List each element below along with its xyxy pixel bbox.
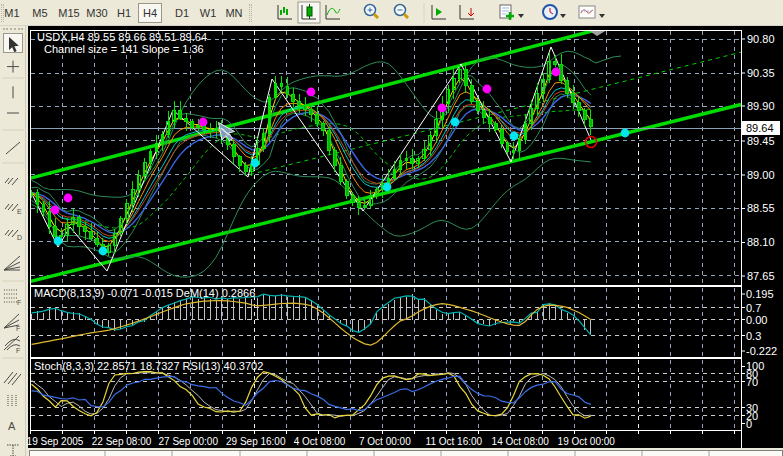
svg-text:89.90: 89.90 <box>747 100 775 112</box>
svg-text:29 Sep 16:00: 29 Sep 16:00 <box>226 436 286 447</box>
svg-text:19 Sep 2005: 19 Sep 2005 <box>27 436 84 447</box>
svg-text:MACD(8,13,9) -0.071 -0.015 De: MACD(8,13,9) -0.071 -0.015 DeM(14) 0.286… <box>34 287 255 299</box>
svg-text:F: F <box>16 347 20 354</box>
svg-text:0.195: 0.195 <box>746 288 774 300</box>
svg-text:D: D <box>17 234 22 241</box>
svg-text:89.00: 89.00 <box>747 169 775 181</box>
svg-text:0: 0 <box>746 418 752 430</box>
svg-text:7 Oct 00:00: 7 Oct 00:00 <box>359 436 411 447</box>
svg-text:F: F <box>16 325 20 332</box>
svg-text:0.00: 0.00 <box>746 314 767 326</box>
svg-text:89.64: 89.64 <box>746 122 774 134</box>
svg-text:70: 70 <box>746 376 758 388</box>
svg-text:E: E <box>17 208 22 215</box>
svg-text:Stoch(8,3,3) 22.8571 18.7327: Stoch(8,3,3) 22.8571 18.7327 RSI(13) 40.… <box>34 360 263 372</box>
svg-text:22 Sep 08:00: 22 Sep 08:00 <box>92 436 152 447</box>
svg-text:USDX,H4 89.55 89.66 89.51 89.: USDX,H4 89.55 89.66 89.51 89.64 <box>37 31 207 43</box>
svg-text:90.35: 90.35 <box>747 67 775 79</box>
svg-text:Channel size = 141 Slope = 1.3: Channel size = 141 Slope = 1.36 <box>44 43 204 55</box>
svg-text:0.7: 0.7 <box>746 302 761 314</box>
svg-text:-0.222: -0.222 <box>746 345 777 357</box>
svg-text:4 Oct 08:00: 4 Oct 08:00 <box>294 436 346 447</box>
svg-text:90.80: 90.80 <box>747 33 775 45</box>
svg-text:87.65: 87.65 <box>747 270 775 282</box>
svg-text:A: A <box>8 420 16 432</box>
svg-text:14 Oct 08:00: 14 Oct 08:00 <box>492 436 550 447</box>
svg-text:89.45: 89.45 <box>747 135 775 147</box>
svg-text:88.55: 88.55 <box>747 202 775 214</box>
svg-text:88.10: 88.10 <box>747 236 775 248</box>
svg-text:27 Sep 00:00: 27 Sep 00:00 <box>159 436 219 447</box>
svg-text:11 Oct 16:00: 11 Oct 16:00 <box>426 436 483 447</box>
svg-text:19 Oct 00:00: 19 Oct 00:00 <box>558 436 616 447</box>
svg-text:0.3: 0.3 <box>746 330 761 342</box>
svg-text:F: F <box>17 299 21 306</box>
